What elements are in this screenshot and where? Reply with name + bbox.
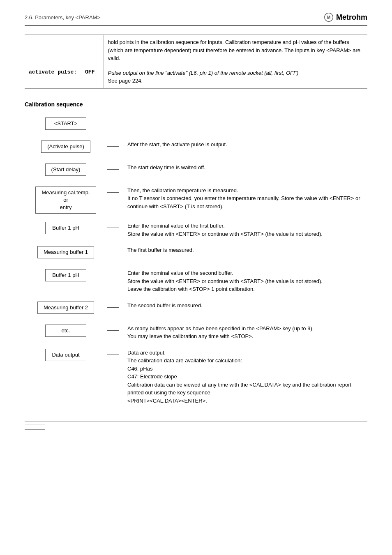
param-table-desc-row: hold points in the calibration sequence … [25,35,367,66]
flow-box-col: Measuring cal.temp. or entry [25,185,107,214]
flow-step-description: After the start, the activate pulse is o… [119,139,367,149]
param-desc-normal: See page 224. [108,78,143,84]
flow-connector [107,347,119,355]
flow-step-description: Then, the calibration temperature is mea… [119,185,367,211]
flow-step-description: Data are output. The calibration data ar… [119,347,367,405]
flow-box-col: (Start delay) [25,162,107,176]
flow-row: (Activate pulse)After the start, the act… [25,139,367,155]
flow-box-col: Data output [25,347,107,361]
connector-line [107,355,119,355]
flow-step-box: etc. [45,325,86,337]
flow-row: Buffer 1 pHEnter the nominal value of th… [25,267,367,293]
connector-line [107,275,119,275]
flow-row: <START> [25,116,367,132]
footer-line-1 [25,424,45,424]
flow-box-col: (Activate pulse) [25,139,107,153]
flow-box-col: etc. [25,323,107,337]
flow-step-box: <START> [45,117,86,130]
flow-row: (Start delay)The start delay time is wai… [25,162,367,178]
flow-step-description: The first buffer is measured. [119,244,367,254]
flow-box-col: Buffer 1 pH [25,267,107,281]
connector-line [107,146,119,147]
footer-line-2 [25,429,45,430]
footer [25,421,367,430]
connector-line [107,330,119,331]
flow-row: Buffer 1 pHEnter the nominal value of th… [25,220,367,238]
metrohm-logo-text: Metrohm [336,13,367,22]
page-header: 2.6. Parameters, key <PARAM> M Metrohm [25,12,367,26]
flow-box-col: <START> [25,116,107,130]
metrohm-logo-icon: M [324,12,334,22]
param-table: hold points in the calibration sequence … [25,35,367,89]
calibration-section: Calibration sequence <START>(Activate pu… [25,101,367,405]
flow-step-box: Measuring cal.temp. or entry [35,187,96,214]
flow-step-description: The second buffer is measured. [119,300,367,310]
flow-step-description: Enter the nominal value of the second bu… [119,267,367,293]
connector-line [107,169,119,170]
calibration-flow: <START>(Activate pulse)After the start, … [25,116,367,405]
param-description: Pulse output on the line "activate" (L6,… [104,66,367,89]
flow-row: Data outputData are output. The calibrat… [25,347,367,405]
flow-step-box: (Activate pulse) [41,140,90,153]
flow-step-box: (Start delay) [45,164,87,176]
flow-connector [107,244,119,252]
param-label: activate pulse: [25,66,81,89]
flow-box-col: Measuring buffer 1 [25,244,107,258]
page: 2.6. Parameters, key <PARAM> M Metrohm h… [0,0,392,555]
connector-line [107,252,119,252]
calibration-title: Calibration sequence [25,101,367,108]
page-title: 2.6. Parameters, key <PARAM> [25,14,100,21]
connector-line [107,307,119,308]
flow-step-description: As many buffers appear as have been spec… [119,323,367,341]
flow-step-description: Enter the nominal value of the first buf… [119,220,367,238]
flow-row: Measuring buffer 1The first buffer is me… [25,244,367,261]
flow-step-box: Measuring buffer 2 [37,302,94,314]
connector-line [107,228,119,228]
flow-connector [107,300,119,308]
top-description: hold points in the calibration sequence … [104,35,367,66]
flow-box-col: Buffer 1 pH [25,220,107,234]
param-value: OFF [81,66,104,89]
flow-box-col: Measuring buffer 2 [25,300,107,314]
flow-step-description: The start delay time is waited off. [119,162,367,172]
param-desc-italic: Pulse output on the line "activate" (L6,… [108,70,299,76]
flow-connector [107,139,119,147]
param-table-activate-row: activate pulse: OFF Pulse output on the … [25,66,367,89]
svg-text:M: M [327,15,331,20]
connector-line [107,192,119,193]
flow-step-box: Data output [45,349,86,361]
logo-area: M Metrohm [324,12,367,22]
flow-connector [107,267,119,275]
flow-connector [107,185,119,193]
flow-step-box: Measuring buffer 1 [37,246,94,258]
flow-step-box: Buffer 1 pH [45,222,86,234]
flow-connector [107,162,119,170]
flow-row: Measuring buffer 2The second buffer is m… [25,300,367,316]
flow-connector [107,323,119,331]
flow-connector [107,220,119,228]
flow-row: etc.As many buffers appear as have been … [25,323,367,341]
flow-step-box: Buffer 1 pH [45,269,86,281]
flow-row: Measuring cal.temp. or entryThen, the ca… [25,185,367,214]
